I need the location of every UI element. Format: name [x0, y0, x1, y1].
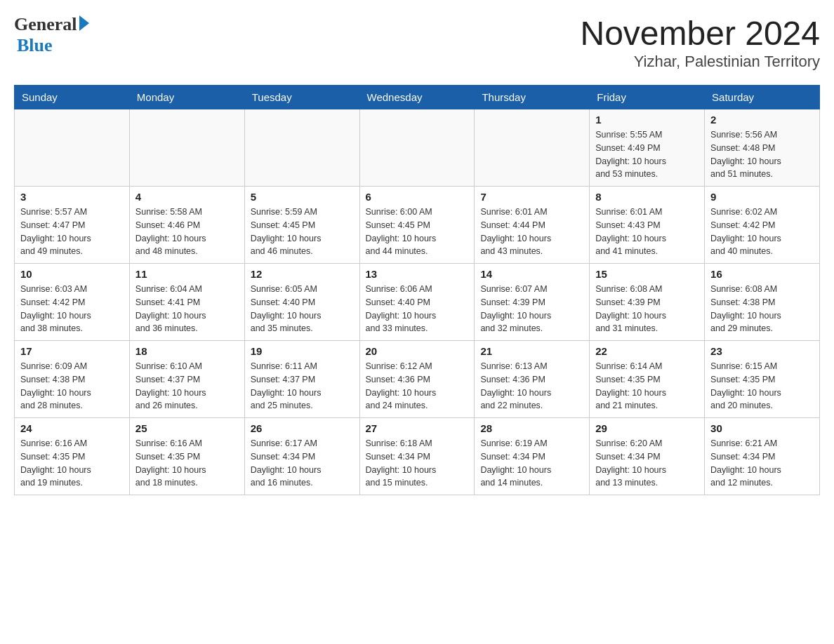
day-info: Sunrise: 6:08 AM Sunset: 4:38 PM Dayligh… [710, 283, 814, 335]
day-info: Sunrise: 6:07 AM Sunset: 4:39 PM Dayligh… [480, 283, 583, 335]
day-number: 26 [251, 422, 354, 434]
day-info: Sunrise: 6:05 AM Sunset: 4:40 PM Dayligh… [251, 283, 354, 335]
day-info: Sunrise: 6:02 AM Sunset: 4:42 PM Dayligh… [710, 206, 814, 258]
calendar-cell: 19Sunrise: 6:11 AM Sunset: 4:37 PM Dayli… [244, 341, 359, 418]
day-number: 27 [366, 422, 469, 434]
day-info: Sunrise: 6:15 AM Sunset: 4:35 PM Dayligh… [710, 360, 814, 412]
calendar-week-row: 24Sunrise: 6:16 AM Sunset: 4:35 PM Dayli… [15, 418, 820, 495]
day-number: 8 [595, 191, 699, 203]
day-info: Sunrise: 6:11 AM Sunset: 4:37 PM Dayligh… [251, 360, 354, 412]
calendar-cell: 10Sunrise: 6:03 AM Sunset: 4:42 PM Dayli… [15, 264, 130, 341]
calendar-cell: 8Sunrise: 6:01 AM Sunset: 4:43 PM Daylig… [590, 187, 705, 264]
weekday-header-tuesday: Tuesday [244, 86, 359, 109]
day-info: Sunrise: 5:57 AM Sunset: 4:47 PM Dayligh… [20, 206, 124, 258]
weekday-header-monday: Monday [129, 86, 244, 109]
day-number: 30 [710, 422, 814, 434]
day-info: Sunrise: 6:01 AM Sunset: 4:44 PM Dayligh… [480, 206, 583, 258]
page-header: General Blue November 2024 Yizhar, Pales… [14, 14, 820, 71]
calendar-cell: 5Sunrise: 5:59 AM Sunset: 4:45 PM Daylig… [244, 187, 359, 264]
day-info: Sunrise: 6:04 AM Sunset: 4:41 PM Dayligh… [135, 283, 239, 335]
day-info: Sunrise: 6:19 AM Sunset: 4:34 PM Dayligh… [480, 437, 583, 490]
day-info: Sunrise: 6:09 AM Sunset: 4:38 PM Dayligh… [20, 360, 124, 412]
day-info: Sunrise: 6:06 AM Sunset: 4:40 PM Dayligh… [366, 283, 469, 335]
day-number: 3 [20, 191, 124, 203]
calendar-cell: 21Sunrise: 6:13 AM Sunset: 4:36 PM Dayli… [475, 341, 590, 418]
day-info: Sunrise: 6:14 AM Sunset: 4:35 PM Dayligh… [595, 360, 699, 412]
calendar-cell: 9Sunrise: 6:02 AM Sunset: 4:42 PM Daylig… [705, 187, 820, 264]
day-info: Sunrise: 6:16 AM Sunset: 4:35 PM Dayligh… [20, 437, 124, 490]
calendar-cell: 17Sunrise: 6:09 AM Sunset: 4:38 PM Dayli… [15, 341, 130, 418]
day-number: 5 [251, 191, 354, 203]
weekday-header-thursday: Thursday [475, 86, 590, 109]
calendar-cell: 15Sunrise: 6:08 AM Sunset: 4:39 PM Dayli… [590, 264, 705, 341]
calendar-cell: 4Sunrise: 5:58 AM Sunset: 4:46 PM Daylig… [129, 187, 244, 264]
day-number: 9 [710, 191, 814, 203]
calendar-cell: 29Sunrise: 6:20 AM Sunset: 4:34 PM Dayli… [590, 418, 705, 495]
calendar-week-row: 3Sunrise: 5:57 AM Sunset: 4:47 PM Daylig… [15, 187, 820, 264]
day-info: Sunrise: 5:59 AM Sunset: 4:45 PM Dayligh… [251, 206, 354, 258]
day-info: Sunrise: 6:12 AM Sunset: 4:36 PM Dayligh… [366, 360, 469, 412]
calendar-cell: 26Sunrise: 6:17 AM Sunset: 4:34 PM Dayli… [244, 418, 359, 495]
calendar-cell: 11Sunrise: 6:04 AM Sunset: 4:41 PM Dayli… [129, 264, 244, 341]
day-number: 25 [135, 422, 239, 434]
calendar-cell [15, 109, 130, 187]
logo-general-text: General [14, 14, 77, 35]
day-number: 28 [480, 422, 583, 434]
calendar-cell: 27Sunrise: 6:18 AM Sunset: 4:34 PM Dayli… [359, 418, 475, 495]
calendar-cell: 24Sunrise: 6:16 AM Sunset: 4:35 PM Dayli… [15, 418, 130, 495]
day-info: Sunrise: 5:55 AM Sunset: 4:49 PM Dayligh… [595, 128, 699, 181]
day-info: Sunrise: 5:56 AM Sunset: 4:48 PM Dayligh… [710, 128, 814, 181]
day-info: Sunrise: 6:16 AM Sunset: 4:35 PM Dayligh… [135, 437, 239, 490]
page-title: November 2024 [580, 14, 820, 53]
calendar-week-row: 10Sunrise: 6:03 AM Sunset: 4:42 PM Dayli… [15, 264, 820, 341]
calendar-cell: 3Sunrise: 5:57 AM Sunset: 4:47 PM Daylig… [15, 187, 130, 264]
calendar-cell: 18Sunrise: 6:10 AM Sunset: 4:37 PM Dayli… [129, 341, 244, 418]
calendar-cell: 30Sunrise: 6:21 AM Sunset: 4:34 PM Dayli… [705, 418, 820, 495]
calendar-cell: 20Sunrise: 6:12 AM Sunset: 4:36 PM Dayli… [359, 341, 475, 418]
calendar-cell: 22Sunrise: 6:14 AM Sunset: 4:35 PM Dayli… [590, 341, 705, 418]
calendar-cell: 2Sunrise: 5:56 AM Sunset: 4:48 PM Daylig… [705, 109, 820, 187]
day-info: Sunrise: 6:00 AM Sunset: 4:45 PM Dayligh… [366, 206, 469, 258]
calendar-cell: 1Sunrise: 5:55 AM Sunset: 4:49 PM Daylig… [590, 109, 705, 187]
day-number: 24 [20, 422, 124, 434]
day-info: Sunrise: 6:01 AM Sunset: 4:43 PM Dayligh… [595, 206, 699, 258]
logo: General Blue [14, 14, 89, 56]
day-info: Sunrise: 6:18 AM Sunset: 4:34 PM Dayligh… [366, 437, 469, 490]
day-number: 10 [20, 268, 124, 280]
weekday-header-saturday: Saturday [705, 86, 820, 109]
day-info: Sunrise: 6:03 AM Sunset: 4:42 PM Dayligh… [20, 283, 124, 335]
day-number: 12 [251, 268, 354, 280]
day-info: Sunrise: 6:21 AM Sunset: 4:34 PM Dayligh… [710, 437, 814, 490]
calendar-cell: 12Sunrise: 6:05 AM Sunset: 4:40 PM Dayli… [244, 264, 359, 341]
day-number: 22 [595, 345, 699, 357]
calendar-cell: 7Sunrise: 6:01 AM Sunset: 4:44 PM Daylig… [475, 187, 590, 264]
day-info: Sunrise: 5:58 AM Sunset: 4:46 PM Dayligh… [135, 206, 239, 258]
calendar-cell: 14Sunrise: 6:07 AM Sunset: 4:39 PM Dayli… [475, 264, 590, 341]
calendar-table: SundayMondayTuesdayWednesdayThursdayFrid… [14, 85, 820, 495]
day-number: 6 [366, 191, 469, 203]
day-number: 21 [480, 345, 583, 357]
day-info: Sunrise: 6:20 AM Sunset: 4:34 PM Dayligh… [595, 437, 699, 490]
calendar-week-row: 17Sunrise: 6:09 AM Sunset: 4:38 PM Dayli… [15, 341, 820, 418]
day-info: Sunrise: 6:08 AM Sunset: 4:39 PM Dayligh… [595, 283, 699, 335]
day-number: 7 [480, 191, 583, 203]
day-number: 29 [595, 422, 699, 434]
calendar-week-row: 1Sunrise: 5:55 AM Sunset: 4:49 PM Daylig… [15, 109, 820, 187]
day-number: 17 [20, 345, 124, 357]
calendar-header-row: SundayMondayTuesdayWednesdayThursdayFrid… [15, 86, 820, 109]
day-number: 14 [480, 268, 583, 280]
day-number: 16 [710, 268, 814, 280]
day-number: 1 [595, 114, 699, 126]
weekday-header-wednesday: Wednesday [359, 86, 475, 109]
day-info: Sunrise: 6:10 AM Sunset: 4:37 PM Dayligh… [135, 360, 239, 412]
calendar-cell: 23Sunrise: 6:15 AM Sunset: 4:35 PM Dayli… [705, 341, 820, 418]
page-subtitle: Yizhar, Palestinian Territory [580, 53, 820, 71]
day-number: 23 [710, 345, 814, 357]
calendar-cell: 13Sunrise: 6:06 AM Sunset: 4:40 PM Dayli… [359, 264, 475, 341]
day-number: 4 [135, 191, 239, 203]
calendar-cell [244, 109, 359, 187]
day-number: 18 [135, 345, 239, 357]
calendar-cell [359, 109, 475, 187]
weekday-header-sunday: Sunday [15, 86, 130, 109]
day-number: 15 [595, 268, 699, 280]
